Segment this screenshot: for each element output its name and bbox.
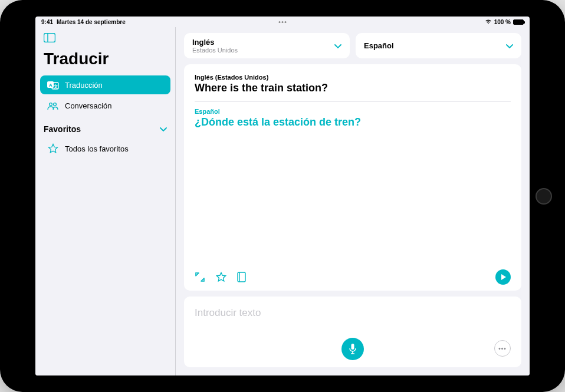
translation-card: Inglés (Estados Unidos) Where is the tra… [184, 64, 521, 291]
sidebar-item-label: Todos los favoritos [65, 144, 129, 153]
status-right: 100 % [485, 19, 524, 25]
sidebar-title: Traducir [35, 47, 175, 74]
play-button[interactable] [495, 269, 511, 285]
battery-icon [513, 19, 524, 25]
status-time: 9:41 [41, 19, 53, 25]
status-bar: 9:41 Martes 14 de septiembre 100 % [35, 17, 530, 27]
microphone-button[interactable] [341, 338, 364, 360]
source-language-selector[interactable]: Inglés Estados Unidos [184, 33, 350, 58]
expand-icon[interactable] [195, 272, 205, 282]
sidebar: Traducir A文 Traducción Conversación Favo… [35, 27, 176, 375]
svg-point-6 [50, 103, 52, 106]
app-body: Traducir A文 Traducción Conversación Favo… [35, 27, 530, 375]
text-input-placeholder: Introducir texto [195, 307, 511, 319]
source-language-sub: Estados Unidos [192, 47, 238, 54]
people-icon [47, 102, 59, 110]
microphone-icon [349, 343, 357, 355]
target-language-selector[interactable]: Español [356, 33, 521, 58]
favorites-header[interactable]: Favoritos [35, 116, 175, 137]
sidebar-item-all-favorites[interactable]: Todos los favoritos [40, 139, 170, 159]
star-icon [47, 143, 59, 154]
divider [195, 101, 511, 102]
input-card[interactable]: Introducir texto ••• [184, 297, 521, 367]
ellipsis-icon: ••• [498, 345, 507, 352]
language-row: Inglés Estados Unidos Español [184, 33, 521, 58]
svg-text:A: A [49, 83, 52, 88]
ipad-frame: 9:41 Martes 14 de septiembre 100 % Tradu… [0, 0, 565, 392]
sidebar-item-translation[interactable]: A文 Traducción [40, 75, 170, 94]
favorites-label: Favoritos [44, 124, 81, 134]
translate-icon: A文 [47, 80, 59, 90]
wifi-icon [485, 19, 492, 25]
svg-rect-8 [238, 272, 245, 282]
sidebar-toggle-icon[interactable] [35, 31, 175, 47]
source-lang-label: Inglés (Estados Unidos) [195, 74, 511, 81]
multitask-dots[interactable] [279, 21, 287, 23]
battery-text: 100 % [494, 19, 511, 25]
target-text[interactable]: ¿Dónde está la estación de tren? [195, 116, 511, 129]
svg-text:文: 文 [53, 84, 58, 89]
svg-rect-0 [44, 34, 55, 42]
chevron-down-icon [506, 41, 513, 51]
source-language-name: Inglés [192, 38, 238, 47]
target-language-name: Español [364, 41, 394, 50]
sidebar-item-label: Traducción [65, 81, 103, 90]
main-content: Inglés Estados Unidos Español [176, 27, 530, 375]
home-button[interactable] [536, 188, 552, 205]
dictionary-icon[interactable] [237, 272, 246, 282]
svg-point-7 [54, 103, 57, 106]
favorite-star-icon[interactable] [216, 272, 226, 282]
source-text[interactable]: Where is the train station? [195, 82, 511, 94]
status-left: 9:41 Martes 14 de septiembre [41, 19, 126, 25]
sidebar-item-label: Conversación [65, 101, 112, 110]
sidebar-item-conversation[interactable]: Conversación [40, 97, 170, 115]
status-date: Martes 14 de septiembre [57, 19, 126, 25]
card-actions [195, 263, 511, 285]
screen: 9:41 Martes 14 de septiembre 100 % Tradu… [35, 17, 530, 375]
svg-rect-10 [352, 344, 354, 350]
chevron-down-icon [160, 124, 167, 134]
more-button[interactable]: ••• [494, 340, 511, 357]
chevron-down-icon [334, 41, 341, 51]
target-lang-label: Español [195, 108, 511, 115]
